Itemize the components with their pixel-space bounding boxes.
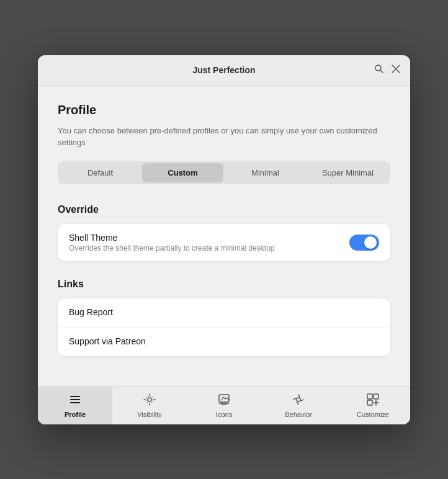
toggle-slider xyxy=(349,235,379,251)
nav-icons[interactable]: Icons xyxy=(187,387,261,424)
tab-super-minimal[interactable]: Super Minimal xyxy=(307,163,388,182)
svg-rect-19 xyxy=(367,400,372,405)
bug-report-text: Bug Report xyxy=(69,307,379,318)
svg-point-7 xyxy=(148,398,151,401)
shell-theme-sublabel: Overrides the shell theme partially to c… xyxy=(69,244,349,253)
patreon-link[interactable]: Support via Patreon xyxy=(69,336,379,346)
shell-theme-label: Shell Theme xyxy=(69,233,349,243)
tab-minimal[interactable]: Minimal xyxy=(225,163,306,182)
tab-custom[interactable]: Custom xyxy=(142,163,223,182)
visibility-nav-icon xyxy=(143,393,156,408)
svg-point-8 xyxy=(146,396,153,403)
main-content: Profile You can choose between pre-defin… xyxy=(38,86,410,386)
svg-rect-18 xyxy=(374,394,379,399)
behavior-nav-icon xyxy=(292,393,305,408)
override-heading: Override xyxy=(58,204,390,215)
titlebar: Just Perfection xyxy=(38,55,410,86)
patreon-row[interactable]: Support via Patreon xyxy=(58,328,390,356)
links-section: Links Bug Report Support via Patreon xyxy=(58,279,390,356)
svg-point-16 xyxy=(297,398,300,401)
profile-heading: Profile xyxy=(58,103,390,117)
icons-nav-icon xyxy=(217,393,231,408)
profile-description: You can choose between pre-defined profi… xyxy=(58,125,390,149)
bug-report-row[interactable]: Bug Report xyxy=(58,298,390,328)
search-icon[interactable] xyxy=(374,64,384,76)
profile-section: Profile You can choose between pre-defin… xyxy=(58,103,390,184)
profile-nav-icon xyxy=(68,393,82,408)
nav-profile-label: Profile xyxy=(65,411,86,418)
svg-rect-4 xyxy=(70,396,80,397)
shell-theme-toggle[interactable] xyxy=(349,235,379,251)
svg-rect-17 xyxy=(367,394,372,399)
tab-default[interactable]: Default xyxy=(60,163,141,182)
nav-profile[interactable]: Profile xyxy=(38,387,112,424)
shell-theme-row: Shell Theme Overrides the shell theme pa… xyxy=(58,224,390,261)
nav-visibility[interactable]: Visibility xyxy=(112,387,187,424)
window-title: Just Perfection xyxy=(192,65,255,75)
nav-behavior[interactable]: Behavior xyxy=(261,387,336,424)
customize-nav-icon xyxy=(366,393,380,408)
nav-customize[interactable]: Customize xyxy=(336,387,410,424)
profile-tabs: Default Custom Minimal Super Minimal xyxy=(58,161,390,184)
links-card: Bug Report Support via Patreon xyxy=(58,298,390,356)
nav-customize-label: Customize xyxy=(357,411,389,418)
svg-line-1 xyxy=(380,70,383,73)
links-heading: Links xyxy=(58,279,390,290)
nav-icons-label: Icons xyxy=(216,411,232,418)
svg-rect-6 xyxy=(70,402,80,403)
svg-rect-5 xyxy=(70,399,80,400)
bug-report-link[interactable]: Bug Report xyxy=(69,307,379,317)
close-icon[interactable] xyxy=(392,65,400,75)
shell-theme-text: Shell Theme Overrides the shell theme pa… xyxy=(69,233,349,253)
nav-visibility-label: Visibility xyxy=(137,411,162,418)
app-window: Just Perfection Profile You can choose b… xyxy=(38,55,410,424)
override-card: Shell Theme Overrides the shell theme pa… xyxy=(58,224,390,261)
nav-behavior-label: Behavior xyxy=(285,411,311,418)
override-section: Override Shell Theme Overrides the shell… xyxy=(58,204,390,261)
patreon-text: Support via Patreon xyxy=(69,336,379,347)
bottom-nav: Profile Visibility xyxy=(38,386,410,424)
titlebar-actions xyxy=(374,64,400,76)
